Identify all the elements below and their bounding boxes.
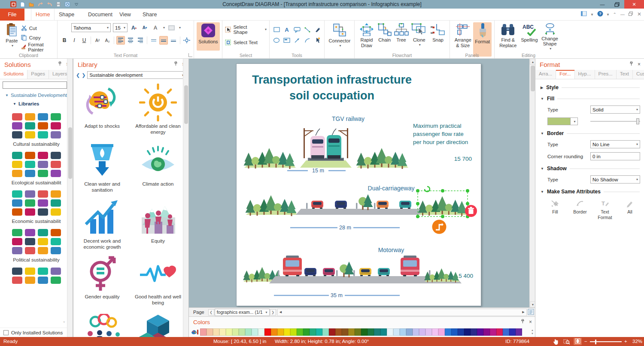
format-tab-custom[interactable]: Cust...: [633, 70, 644, 79]
snap-button[interactable]: Snap: [429, 22, 447, 51]
palette-scroll-down[interactable]: ▼: [531, 332, 534, 335]
scroll-up-caret[interactable]: ⌃: [62, 93, 66, 97]
delete-button[interactable]: [465, 205, 477, 217]
format-tab-text[interactable]: Text: [617, 70, 633, 79]
bold-button[interactable]: B: [60, 36, 69, 45]
italic-button[interactable]: I: [70, 36, 79, 45]
page-navigator-icon[interactable]: [528, 309, 535, 316]
shrink-font-button[interactable]: A▾: [140, 24, 149, 32]
library-item-good-health[interactable]: Good health and well being: [131, 255, 185, 306]
tree-button[interactable]: Tree: [393, 22, 410, 51]
color-swatch[interactable]: [335, 328, 342, 336]
color-swatch[interactable]: [387, 328, 393, 336]
color-swatch[interactable]: [496, 328, 503, 336]
collapse-ribbon-icon[interactable]: ⌃: [613, 12, 617, 17]
page-tab[interactable]: fographics exam... (1/1▾: [215, 309, 270, 316]
max-flow-note[interactable]: Maximum practical passenger flow rate pe…: [413, 123, 468, 145]
solutions-search-input[interactable]: [3, 81, 67, 89]
pin-icon[interactable]: [521, 319, 525, 324]
library-item-equity[interactable]: Equity: [131, 199, 185, 244]
find-replace-button[interactable]: Find & Replace: [497, 22, 519, 51]
tgv-railway-label[interactable]: TGV railway: [332, 115, 365, 122]
color-swatch[interactable]: [303, 328, 310, 336]
median-tree[interactable]: [340, 262, 354, 277]
solution-item-ecological[interactable]: Ecological sustainabilit: [4, 152, 69, 185]
rectangle-tool[interactable]: [272, 25, 281, 34]
border-section-header[interactable]: ▼Border: [541, 130, 644, 136]
color-swatch[interactable]: [361, 328, 368, 336]
format-panel-button[interactable]: Format: [473, 22, 492, 57]
only-installed-checkbox[interactable]: [3, 330, 9, 335]
forest[interactable]: [244, 148, 296, 169]
library-item-clean-water[interactable]: Clean water and sanitation: [75, 142, 129, 193]
pen-tool[interactable]: [313, 25, 322, 34]
fill-color-caret[interactable]: ▾: [571, 117, 578, 125]
color-swatch[interactable]: [413, 328, 419, 336]
forest[interactable]: [356, 148, 409, 169]
car-navy[interactable]: [335, 201, 347, 209]
same-text-format-button[interactable]: T Text Format: [595, 200, 614, 220]
dual-carriageway-label[interactable]: Dual-carriageway: [368, 185, 415, 192]
color-swatch[interactable]: [219, 328, 226, 336]
tab-shape[interactable]: Shape: [55, 9, 79, 21]
palette-mode-icon[interactable]: [191, 328, 199, 336]
color-swatch[interactable]: [348, 328, 355, 336]
zoom-slider[interactable]: [590, 341, 622, 342]
subscript-button[interactable]: A₂: [103, 36, 112, 45]
drawing-canvas[interactable]: Transportation infrastructure soil occup…: [189, 59, 535, 307]
frame-tool[interactable]: [283, 36, 291, 45]
align-top-button[interactable]: [149, 36, 158, 45]
color-swatch[interactable]: [245, 328, 252, 336]
font-size-combo[interactable]: 15▾: [113, 23, 128, 32]
same-border-button[interactable]: Border: [571, 200, 589, 220]
color-swatch[interactable]: [458, 328, 464, 336]
color-swatch[interactable]: [316, 328, 322, 336]
copy-button[interactable]: Copy: [21, 33, 55, 42]
color-swatch[interactable]: [277, 328, 284, 336]
pin-icon[interactable]: [58, 61, 62, 66]
fill-type-combo[interactable]: Solid▾: [590, 105, 640, 114]
spelling-button[interactable]: ABC Spelling: [519, 22, 540, 51]
arc-tool[interactable]: [303, 36, 312, 45]
library-scrollbar[interactable]: [183, 59, 188, 337]
text-format-dialog-launcher[interactable]: [188, 53, 192, 57]
format-painter-button[interactable]: Format Painter: [21, 42, 55, 51]
border-type-combo[interactable]: No Line▾: [590, 140, 640, 148]
zoom-out-button[interactable]: −: [584, 339, 587, 344]
chain-button[interactable]: Chain: [376, 22, 393, 51]
median-trees[interactable]: [358, 194, 373, 210]
hscroll-right-arrow[interactable]: ▶: [520, 309, 526, 316]
solution-item-partial[interactable]: [4, 268, 69, 284]
car-navy[interactable]: [304, 268, 316, 276]
zoom-select-icon[interactable]: [563, 338, 570, 346]
color-swatch[interactable]: [258, 328, 264, 336]
doc-close-icon[interactable]: ✕: [637, 11, 641, 17]
connector-button[interactable]: Connector▾: [327, 22, 352, 51]
infographic-title-line1[interactable]: Transportation infrastructure: [252, 73, 412, 86]
document-page[interactable]: Transportation infrastructure soil occup…: [236, 63, 481, 306]
style-section-header[interactable]: ▶Style: [541, 84, 644, 90]
color-swatch[interactable]: [329, 328, 335, 336]
close-panel-icon[interactable]: ×: [529, 319, 532, 325]
car-magenta[interactable]: [323, 268, 335, 276]
library-item-gender-equality[interactable]: Gender equality: [75, 255, 129, 300]
slider-handle[interactable]: [636, 118, 639, 124]
color-swatch[interactable]: [200, 328, 207, 336]
tab-view[interactable]: View: [115, 9, 135, 21]
palette-scroll-up[interactable]: ▲: [531, 328, 534, 332]
select-text-button[interactable]: Select Text: [225, 38, 267, 47]
motorway-dimension[interactable]: 35 m: [274, 292, 400, 298]
bus-red[interactable]: [283, 256, 302, 277]
underline-button[interactable]: U: [80, 36, 88, 45]
restore-button[interactable]: [610, 0, 624, 9]
format-tab-arrange[interactable]: Arra...: [535, 70, 556, 79]
library-item-partial-left[interactable]: [75, 314, 129, 337]
color-swatch[interactable]: [290, 328, 297, 336]
superscript-button[interactable]: A²: [93, 36, 102, 45]
library-dropdown[interactable]: Sustainable development▾: [87, 71, 186, 79]
highlight-button[interactable]: [167, 24, 176, 32]
hscroll-left-arrow[interactable]: ◀: [278, 309, 284, 316]
line-tool[interactable]: [303, 25, 312, 34]
clone-button[interactable]: Clone▾: [409, 22, 429, 51]
library-item-climate-action[interactable]: Climate action: [131, 142, 185, 187]
